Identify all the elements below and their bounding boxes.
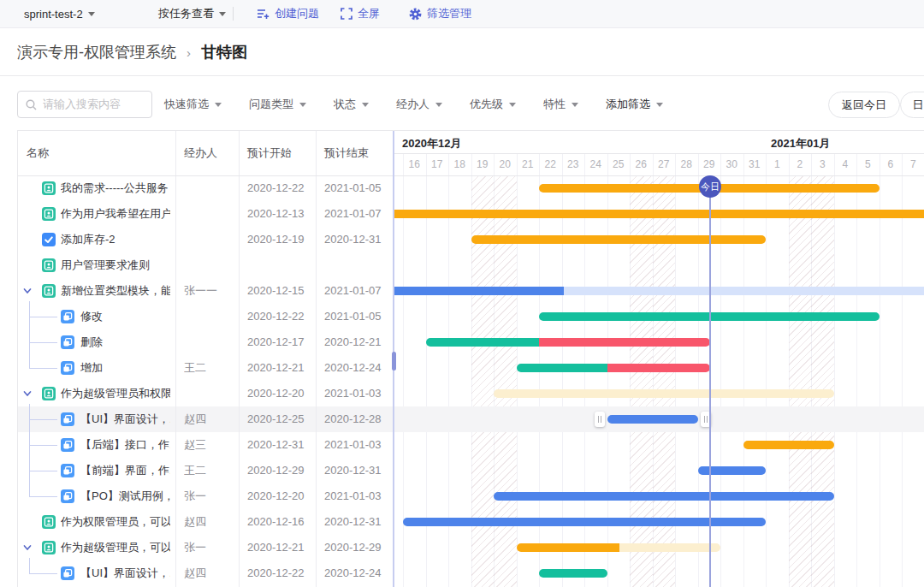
issue-name[interactable]: 【UI】界面设计，... (80, 406, 170, 432)
scale-selector-button[interactable]: 日 (900, 92, 924, 118)
view-mode-selector[interactable]: 按任务查看 (158, 0, 226, 27)
gantt-bar[interactable] (517, 543, 620, 552)
issue-name[interactable]: 【前端】界面，作... (80, 458, 170, 483)
filter-label: 状态 (334, 97, 356, 112)
gantt-bar[interactable] (394, 210, 924, 218)
bar-resize-handle-left[interactable] (595, 412, 605, 427)
filter-label: 问题类型 (249, 97, 293, 112)
assignee-cell: 张一一 (184, 278, 235, 304)
gantt-bar[interactable] (494, 492, 834, 501)
start-date-cell: 2020-12-19 (247, 227, 314, 252)
issue-name[interactable]: 新增位置类型模块，能... (61, 278, 170, 304)
issue-name[interactable]: 作为权限管理员，可以... (61, 509, 170, 535)
expand-chevron-icon[interactable] (22, 286, 33, 296)
add-filter-label: 添加筛选 (606, 97, 650, 112)
start-date-cell: 2020-12-29 (247, 458, 314, 483)
assignee-cell (184, 304, 235, 329)
end-date-cell: 2021-01-03 (324, 432, 391, 458)
issue-name[interactable]: 【PO】测试用例，... (80, 483, 170, 509)
issue-name[interactable]: 【UI】界面设计，... (80, 560, 170, 586)
breadcrumb-project[interactable]: 演示专用-权限管理系统 (17, 42, 176, 62)
end-date-cell: 2020-12-28 (324, 406, 391, 432)
filter-dropdown-5[interactable]: 特性 (543, 97, 578, 112)
view-mode-label: 按任务查看 (158, 6, 214, 21)
add-filter-button[interactable]: 添加筛选 (606, 97, 663, 112)
back-to-today-button[interactable]: 返回今日 (828, 92, 900, 118)
gantt-bar[interactable] (471, 235, 767, 244)
filter-dropdown-1[interactable]: 问题类型 (249, 97, 306, 112)
gantt-bar[interactable] (619, 543, 720, 552)
column-divider (239, 131, 240, 587)
gantt-bar[interactable] (403, 518, 766, 526)
story-icon (42, 181, 56, 195)
subtask-icon (61, 310, 74, 323)
filter-dropdown-2[interactable]: 状态 (334, 97, 369, 112)
filter-dropdown-3[interactable]: 经办人 (396, 97, 442, 112)
expand-chevron-icon[interactable] (22, 543, 33, 553)
start-date-cell: 2020-12-21 (247, 355, 314, 381)
assignee-cell: 王二 (184, 355, 235, 381)
gantt-bar[interactable] (607, 415, 698, 424)
issue-name[interactable]: 修改 (80, 304, 170, 329)
assignee-cell: 王二 (184, 458, 235, 483)
end-date-cell (324, 252, 391, 278)
issue-name[interactable]: 作为超级管理员和权限... (61, 381, 170, 406)
issue-name[interactable]: 作为超级管理员，可以... (61, 535, 170, 560)
expand-chevron-icon[interactable] (22, 388, 33, 399)
issue-name[interactable]: 用户管理要求准则 (61, 252, 170, 278)
gantt-bar[interactable] (698, 466, 767, 475)
filter-label: 特性 (543, 97, 566, 112)
tree-connector (29, 496, 57, 497)
splitter-drag-handle[interactable] (392, 352, 396, 371)
gantt-bar[interactable] (394, 287, 564, 295)
create-issue-icon (257, 8, 270, 20)
gantt-bar[interactable] (607, 364, 711, 372)
gantt-bar[interactable] (539, 569, 607, 578)
tree-connector (29, 317, 57, 317)
filter-dropdown-4[interactable]: 优先级 (470, 97, 516, 112)
column-header-0: 名称 (27, 131, 49, 175)
issue-name[interactable]: 我的需求-----公共服务 (61, 175, 170, 201)
story-icon (42, 258, 56, 272)
start-date-cell (247, 252, 314, 278)
issue-name[interactable]: 删除 (80, 329, 170, 355)
gantt-bar[interactable] (564, 287, 924, 295)
create-issue-button[interactable]: 创建问题 (257, 0, 319, 27)
fullscreen-button[interactable]: 全屏 (341, 0, 380, 27)
tree-connector (29, 404, 30, 496)
gantt-bar[interactable] (494, 389, 834, 398)
search-input[interactable]: 请输入搜索内容 (17, 91, 152, 118)
story-icon (42, 515, 56, 529)
filter-dropdown-0[interactable]: 快速筛选 (164, 97, 222, 112)
issue-name[interactable]: 增加 (80, 355, 170, 381)
create-issue-label: 创建问题 (275, 6, 319, 21)
end-date-cell: 2020-12-31 (324, 509, 391, 535)
end-date-cell: 2020-12-31 (324, 227, 391, 252)
subtask-icon (61, 489, 74, 503)
issue-name[interactable]: 添加库存-2 (61, 227, 170, 252)
column-header-1: 经办人 (184, 131, 217, 175)
tree-connector (29, 573, 57, 574)
gantt-bar[interactable] (743, 441, 834, 449)
gantt-bar[interactable] (539, 338, 710, 347)
column-header-3: 预计结束 (324, 131, 369, 175)
start-date-cell: 2020-12-22 (247, 175, 314, 201)
issue-name[interactable]: 【后端】接口，作... (80, 432, 170, 458)
scale-selector-label: 日 (913, 98, 924, 113)
divider (233, 7, 234, 21)
gantt-bar[interactable] (426, 338, 540, 347)
sprint-selector[interactable]: sprint-test-2 (24, 0, 95, 27)
end-date-cell: 2020-12-24 (324, 560, 391, 586)
chevron-down-icon (88, 12, 95, 16)
filter-bar: 请输入搜索内容 快速筛选问题类型状态经办人优先级特性添加筛选 返回今日 日 (0, 76, 924, 130)
chevron-down-icon (656, 103, 663, 107)
assignee-cell (184, 329, 235, 355)
end-date-cell: 2020-12-31 (324, 458, 391, 483)
gantt-bar[interactable] (517, 364, 607, 372)
filter-manage-button[interactable]: 筛选管理 (409, 0, 471, 27)
issue-name[interactable]: 作为用户我希望在用户... (61, 201, 170, 227)
end-date-cell: 2020-12-21 (324, 329, 391, 355)
start-date-cell: 2020-12-20 (247, 483, 314, 509)
task-icon (42, 233, 56, 246)
end-date-cell: 2020-12-24 (324, 355, 391, 381)
